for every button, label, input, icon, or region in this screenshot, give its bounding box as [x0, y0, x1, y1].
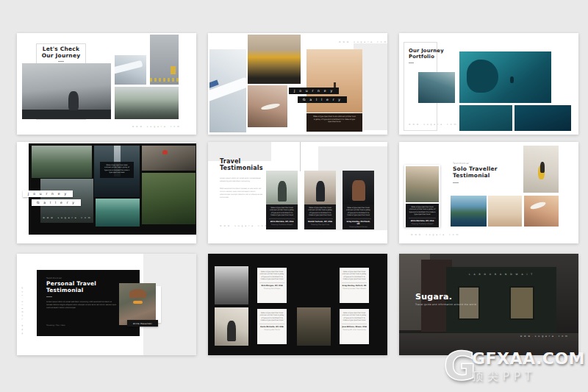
photo-forest-walker [297, 307, 331, 346]
testimonial-card: Make a type specimen book unknown printe… [304, 204, 336, 229]
watermark-brand-text: GFXAA.COM [472, 349, 585, 368]
photo-mountain-overlook [115, 87, 179, 119]
slide-6-solo-traveller-testimonial: Testimonial Solo Traveller Testimonial M… [399, 142, 578, 243]
caption-box: Make a type specimen book unknown printe… [100, 162, 134, 178]
intro-paragraph: Lorem ipsum dolor sit amet enim consecte… [220, 177, 264, 183]
divider-line [300, 142, 301, 171]
photo-testimonial-1 [266, 171, 298, 204]
photo-tree-climber-bw [215, 266, 248, 304]
testimonial-quote: Make a type specimen book unknown printe… [406, 204, 439, 227]
slide-title: Solo Traveller Testimonial [453, 166, 498, 179]
title-dash [46, 296, 52, 297]
watermark-subbrand-text: 顶尖PPT [472, 368, 585, 383]
slide-title: Personal Travel Testimonial [46, 281, 96, 293]
photo-mountain-road-van [32, 146, 92, 178]
photo-man-brown-jacket [297, 266, 331, 304]
slide-3-our-journey-portfolio: Our Journey Portfolio w w w . s u g a r … [399, 33, 578, 135]
testimonial-card: Make a type specimen book unknown printe… [266, 204, 298, 229]
photo-woman-on-car-roof [22, 63, 111, 119]
website-text: w w w . s u g a r a . c o m [339, 40, 383, 43]
slide-9-sugara-cover: L A B O U R A N D W A I T Sugara. Travel… [399, 254, 578, 355]
photo-beach-couple [488, 196, 522, 227]
photo-airplane-wing [209, 49, 246, 132]
photo-underwater-diver [514, 105, 571, 131]
intro-paragraph: Nibh euismod tincidunt laoreet ut wisi e… [220, 188, 264, 199]
website-text: w w w . s u g a r a . c o m [411, 233, 459, 236]
tags-row: Traveling / Tour / Asia [46, 324, 65, 327]
slide-thumbnail-grid: Let's Check Our Journey w w w . s u g a … [17, 33, 578, 355]
photo-surfers-from-above [459, 105, 512, 131]
slide-2-journey-gallery-light: w w w . s u g a r a . c o m J o u r n e … [208, 33, 387, 135]
website-text-vertical: w w w . s u g a r a . c o m [21, 286, 24, 335]
photo-man-walking-wall [150, 35, 179, 85]
journey-chip: J o u r n e y [289, 88, 339, 94]
website-text: w w w . s u g a r a . c o m [220, 224, 268, 227]
title-dash [453, 182, 459, 183]
photo-city-lagoon [451, 196, 487, 227]
caption-box: Make a type specimen book unknown printe… [306, 113, 362, 132]
photo-desert-walker [306, 49, 362, 113]
website-text: w w w . s u g a r a . c o m [40, 216, 93, 219]
person-name-chip: Alina Kavenski [127, 320, 158, 327]
photo-ocean-aerial [459, 51, 551, 103]
photo-testimonial-2 [304, 171, 336, 204]
photo-testimonial-3 [343, 171, 374, 204]
website-text: w w w . s u g a r a . c o m [132, 125, 180, 128]
template-preview-page: { "common": { "website": "w w w . s u g … [0, 0, 588, 392]
featured-testimonial-card: Make a type specimen book unknown printe… [404, 165, 440, 227]
slide-7-personal-travel-testimonial: w w w . s u g a r a . c o m Testimonial … [17, 254, 196, 355]
photo-turquoise-waterfall [96, 199, 140, 227]
shop-sign-text: L A B O U R A N D W A I T [446, 273, 556, 276]
slide-5-travel-testimonials: Travel Testimonials Lorem ipsum dolor si… [208, 142, 387, 243]
photo-woman-orange-sunglasses [119, 283, 156, 325]
slide-4-journey-gallery-dark: Make a type specimen book unknown printe… [17, 142, 196, 243]
gallery-chip: G a l l e r y [298, 96, 347, 103]
photo-waterfall: Make a type specimen book unknown printe… [94, 146, 140, 197]
slide-title: Our Journey Portfolio [409, 49, 437, 60]
slide-title: Let's Check Our Journey [36, 46, 86, 59]
slide-1-lets-check-our-journey: Let's Check Our Journey w w w . s u g a … [17, 33, 196, 135]
testimonial-card: Make a type specimen book unknown printe… [257, 309, 287, 344]
brand-title: Sugara. [415, 292, 452, 302]
watermark: G GFXAA.COM 顶尖PPT [444, 349, 585, 383]
section-label: Testimonial [46, 277, 62, 279]
photo-hiker-yellow-jacket [248, 35, 301, 84]
testimonial-card: Make a type specimen book unknown printe… [343, 204, 374, 229]
photo-hiker-red-beanie [142, 146, 196, 171]
photo-surfboard-on-sand [524, 196, 559, 227]
title-dash [409, 63, 414, 63]
photo-solo-traveller [406, 166, 439, 202]
photo-jungle-trek [142, 173, 196, 224]
brand-subtitle: Travel guide and information around the … [415, 303, 476, 306]
photo-freediver [418, 72, 455, 103]
photo-surfer-yellow-board [523, 146, 559, 193]
title-dash [58, 61, 64, 62]
photo-woman-by-wall [215, 307, 248, 346]
slide-title: Travel Testimonials [220, 158, 263, 171]
slide-8-testimonial-grid-dark: Make a type specimen book unknown printe… [208, 254, 387, 355]
journey-chip: J o u r n e y [23, 190, 73, 197]
gallery-chip: G a l l e r y [32, 199, 81, 206]
website-text: w w w . s u g a r a . c o m [520, 335, 568, 338]
testimonial-card: Make a type specimen book unknown printe… [340, 309, 369, 344]
website-text: w w w . s u g a r a . c o m [409, 123, 456, 126]
testimonial-card: Make a type specimen book unknown printe… [340, 268, 369, 303]
testimonial-card: Make a type specimen book unknown printe… [257, 268, 287, 303]
section-label: Testimonial [453, 162, 469, 165]
body-paragraph: Lorem ipsum dolor sit amet sed diam nonu… [46, 301, 117, 310]
photo-airplane-wing [115, 55, 146, 85]
photo-beach-surfboard-legs [248, 85, 287, 127]
